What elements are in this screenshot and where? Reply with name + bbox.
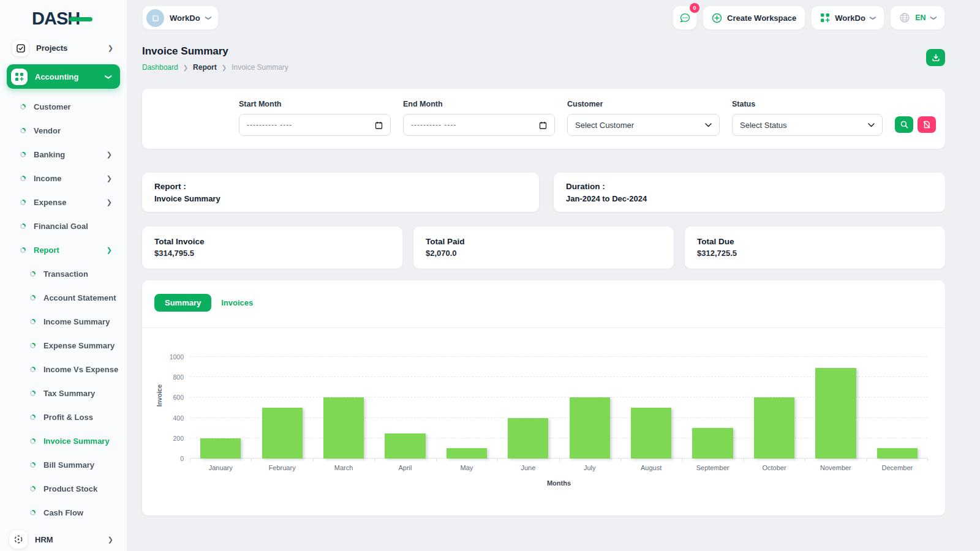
total-due-card: Total Due $312,725.5	[685, 227, 945, 269]
bar-slot-january	[190, 337, 251, 459]
chevron-down-icon: ❯	[930, 15, 937, 20]
sidebar-item-product-stock[interactable]: Product Stock	[0, 477, 127, 501]
bullet-icon	[20, 104, 26, 110]
tab-summary[interactable]: Summary	[154, 294, 211, 312]
chevron-right-icon: ❯	[107, 151, 112, 159]
sidebar-item-label: Projects	[36, 43, 67, 53]
customer-select[interactable]: Select Customer	[567, 114, 720, 136]
bar-slot-september	[682, 337, 743, 459]
bar-july	[570, 397, 610, 459]
y-tick-label-800: 800	[173, 373, 184, 381]
bar-june	[508, 418, 548, 459]
bullet-icon	[30, 462, 36, 468]
chart-y-axis-title: Invoice	[156, 384, 163, 407]
bullet-icon	[20, 176, 26, 181]
tab-invoices[interactable]: Invoices	[221, 298, 253, 307]
sidebar-item-income-vs-expense[interactable]: Income Vs Expense	[0, 358, 127, 381]
x-label-september: September	[682, 459, 743, 471]
x-label-august: August	[620, 459, 682, 471]
chevron-right-icon: ❯	[108, 44, 113, 52]
report-card-value: Invoice Summary	[154, 194, 527, 203]
reset-filter-button[interactable]	[918, 116, 936, 133]
sidebar-item-projects[interactable]: Projects ❯	[0, 37, 127, 59]
bullet-icon	[30, 391, 36, 396]
sidebar-item-transaction[interactable]: Transaction	[0, 262, 127, 286]
bullet-icon	[30, 343, 36, 348]
y-tick-label-0: 0	[180, 455, 184, 462]
create-workspace-button[interactable]: Create Workspace	[703, 6, 805, 30]
topbar: WorkDo ❯ 0 Create Workspace WorkDo ❯ EN …	[127, 0, 980, 36]
sidebar-item-expense-summary[interactable]: Expense Summary	[0, 334, 127, 358]
apply-filter-button[interactable]	[895, 116, 913, 133]
chat-icon	[679, 12, 691, 24]
x-label-october: October	[744, 459, 805, 471]
sidebar-item-accounting[interactable]: Accounting ❯	[7, 64, 120, 89]
sidebar-item-income-summary[interactable]: Income Summary	[0, 310, 127, 334]
chevron-right-icon: ❯	[107, 198, 112, 206]
chart-x-labels: JanuaryFebruaryMarchAprilMayJuneJulyAugu…	[190, 459, 928, 471]
dash-logo[interactable]: DASH	[0, 0, 127, 37]
report-card-label: Report :	[154, 182, 527, 191]
total-invoice-value: $314,795.5	[154, 249, 390, 258]
sidebar-item-bill-summary[interactable]: Bill Summary	[0, 453, 127, 477]
download-report-button[interactable]	[926, 49, 945, 66]
bullet-icon	[30, 510, 36, 515]
sidebar-item-profit-loss[interactable]: Profit & Loss	[0, 405, 127, 429]
chevron-right-icon: ❯	[183, 64, 188, 71]
bar-march	[323, 397, 364, 459]
sidebar-item-vendor[interactable]: Vendor	[0, 119, 127, 143]
bar-august	[631, 408, 671, 459]
sidebar-item-financial-goal[interactable]: Financial Goal	[0, 214, 127, 238]
sidebar-item-cash-flow[interactable]: Cash Flow	[0, 501, 127, 525]
workspace-selector[interactable]: WorkDo ❯	[142, 6, 219, 30]
bar-slot-february	[251, 337, 312, 459]
duration-card: Duration : Jan-2024 to Dec-2024	[554, 173, 945, 212]
x-label-march: March	[313, 459, 374, 471]
bullet-icon	[30, 271, 36, 277]
bar-december	[877, 448, 918, 459]
duration-card-value: Jan-2024 to Dec-2024	[566, 194, 933, 203]
end-month-input[interactable]: ---------- ----	[403, 114, 555, 136]
sidebar-item-account-statement[interactable]: Account Statement	[0, 286, 127, 310]
bullet-icon	[30, 367, 36, 372]
divider	[142, 328, 945, 328]
messages-button[interactable]: 0	[673, 6, 697, 30]
sidebar-item-report[interactable]: Report❯	[0, 238, 127, 262]
summary-chart-card: Summary Invoices Invoice 020040060080010…	[142, 280, 945, 515]
chart-x-axis-title: Months	[190, 479, 928, 487]
start-month-input[interactable]: ---------- ----	[239, 114, 391, 136]
x-label-may: May	[436, 459, 497, 471]
search-icon	[900, 121, 908, 129]
chevron-down-icon: ❯	[870, 15, 876, 20]
page-header: Invoice Summary Dashboard ❯ Report ❯ Inv…	[142, 45, 945, 72]
bar-slot-april	[374, 337, 435, 459]
breadcrumb-dashboard[interactable]: Dashboard	[142, 63, 178, 72]
bar-october	[754, 397, 794, 459]
sidebar-item-tax-summary[interactable]: Tax Summary	[0, 381, 127, 405]
status-field: Status Select Status	[732, 100, 883, 136]
bar-may	[447, 448, 487, 459]
sidebar-item-customer[interactable]: Customer	[0, 95, 127, 119]
workspace-name: WorkDo	[170, 13, 200, 23]
bullet-icon	[30, 486, 36, 492]
bar-slot-july	[559, 337, 620, 459]
bar-february	[262, 408, 303, 459]
language-selector[interactable]: EN ❯	[890, 6, 945, 30]
language-code: EN	[915, 13, 925, 22]
breadcrumb-report[interactable]: Report	[193, 63, 217, 72]
sidebar-item-invoice-summary[interactable]: Invoice Summary	[0, 429, 127, 453]
chevron-down-icon	[705, 123, 712, 127]
sidebar-item-hrm[interactable]: HRM ❯	[0, 526, 127, 551]
chart-bars	[190, 337, 928, 459]
total-due-value: $312,725.5	[697, 249, 933, 258]
projects-checkbox-icon	[12, 40, 29, 56]
sidebar-item-banking[interactable]: Banking❯	[0, 143, 127, 167]
sidebar-item-income[interactable]: Income❯	[0, 167, 127, 190]
globe-icon	[899, 12, 910, 23]
status-select[interactable]: Select Status	[732, 114, 883, 136]
chevron-down-icon: ❯	[205, 15, 211, 20]
start-month-field: Start Month ---------- ----	[239, 100, 391, 136]
workdo-menu-button[interactable]: WorkDo ❯	[811, 6, 884, 30]
sidebar-item-expense[interactable]: Expense❯	[0, 190, 127, 214]
bar-slot-may	[436, 337, 497, 459]
